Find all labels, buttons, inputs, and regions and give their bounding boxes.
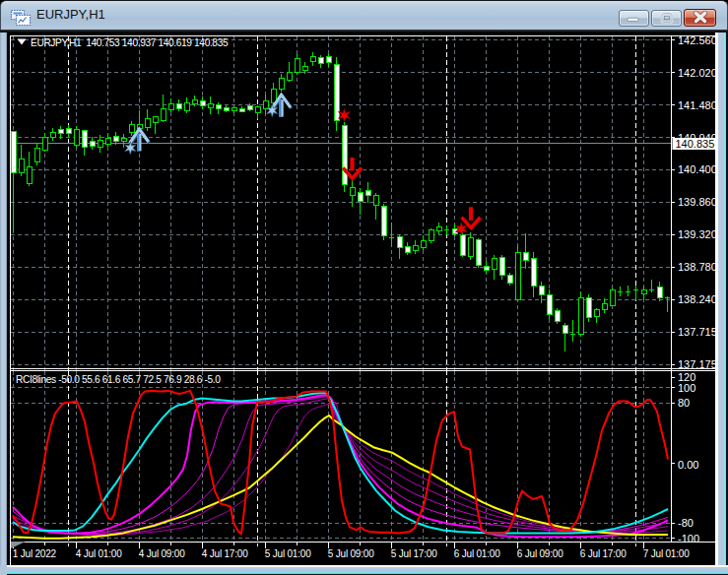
svg-text:100: 100 — [678, 382, 695, 394]
svg-text:6 Jul 01:00: 6 Jul 01:00 — [454, 548, 500, 559]
svg-text:142.560: 142.560 — [678, 34, 717, 46]
svg-text:0.00: 0.00 — [678, 459, 698, 471]
svg-text:7 Jul 01:00: 7 Jul 01:00 — [643, 548, 690, 559]
svg-text:-100: -100 — [678, 533, 699, 544]
svg-text:4 Jul 09:00: 4 Jul 09:00 — [139, 548, 185, 559]
svg-text:140.835: 140.835 — [676, 138, 715, 150]
svg-text:137.175: 137.175 — [678, 358, 717, 370]
svg-text:4 Jul 17:00: 4 Jul 17:00 — [202, 548, 248, 559]
svg-text:139.320: 139.320 — [678, 228, 717, 240]
svg-text:5 Jul 17:00: 5 Jul 17:00 — [391, 548, 437, 559]
svg-text:80: 80 — [678, 397, 690, 409]
svg-text:4 Jul 01:00: 4 Jul 01:00 — [76, 548, 122, 559]
svg-text:138.240: 138.240 — [678, 293, 717, 305]
svg-text:RCI8lines -50.0 55.6 61.6 65.7: RCI8lines -50.0 55.6 61.6 65.7 72.5 76.9… — [16, 374, 221, 385]
svg-text:EURJPY,H1 140.753 140.937 140: EURJPY,H1 140.753 140.937 140.619 140.83… — [31, 37, 229, 48]
svg-text:1 Jul 2022: 1 Jul 2022 — [13, 548, 57, 559]
svg-text:5 Jul 09:00: 5 Jul 09:00 — [328, 548, 374, 559]
svg-text:139.860: 139.860 — [678, 196, 717, 208]
svg-text:5 Jul 01:00: 5 Jul 01:00 — [265, 548, 311, 559]
svg-text:140.400: 140.400 — [678, 163, 717, 175]
svg-text:142.020: 142.020 — [678, 67, 717, 79]
svg-text:6 Jul 17:00: 6 Jul 17:00 — [580, 548, 627, 559]
svg-text:138.780: 138.780 — [678, 261, 717, 273]
svg-text:6 Jul 09:00: 6 Jul 09:00 — [517, 548, 563, 559]
svg-text:137.715: 137.715 — [678, 326, 717, 338]
svg-text:141.480: 141.480 — [678, 99, 717, 111]
svg-text:-80: -80 — [678, 517, 694, 529]
